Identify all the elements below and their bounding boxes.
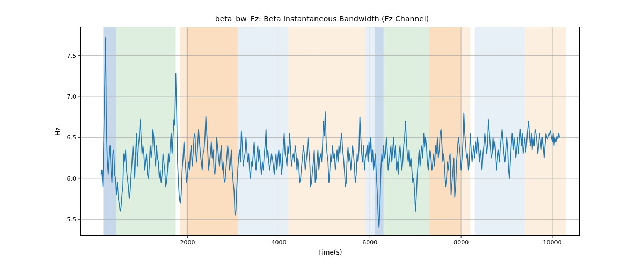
y-tick-label: 6.5: [67, 134, 77, 141]
condition-band: [238, 27, 288, 236]
x-tick-label: 2000: [180, 239, 195, 246]
condition-band: [180, 27, 186, 236]
x-tick-label: 10000: [543, 239, 562, 246]
chart-figure: beta_bw_Fz: Beta Instantaneous Bandwidth…: [0, 0, 644, 268]
condition-band: [525, 27, 566, 236]
x-tick-label: 8000: [453, 239, 469, 246]
condition-band: [313, 27, 365, 236]
chart-title: beta_bw_Fz: Beta Instantaneous Bandwidth…: [0, 14, 644, 23]
y-axis-label-text: Hz: [54, 127, 62, 135]
condition-band: [186, 27, 238, 236]
condition-band: [116, 27, 175, 236]
condition-band: [429, 27, 461, 236]
x-tick-label: 6000: [362, 239, 377, 246]
y-tick-label: 6.0: [67, 175, 77, 182]
y-tick-label: 5.5: [67, 216, 77, 223]
x-axis-label: Time(s): [80, 249, 580, 256]
condition-band: [375, 27, 384, 236]
condition-band: [461, 27, 470, 236]
condition-band: [288, 27, 313, 236]
y-tick-label: 7.5: [67, 52, 77, 59]
chart-svg: [80, 27, 580, 236]
chart-axes: [80, 27, 580, 236]
x-tick-label: 4000: [271, 239, 286, 246]
condition-band: [384, 27, 429, 236]
condition-band: [475, 27, 525, 236]
y-tick-label: 7.0: [67, 93, 77, 100]
